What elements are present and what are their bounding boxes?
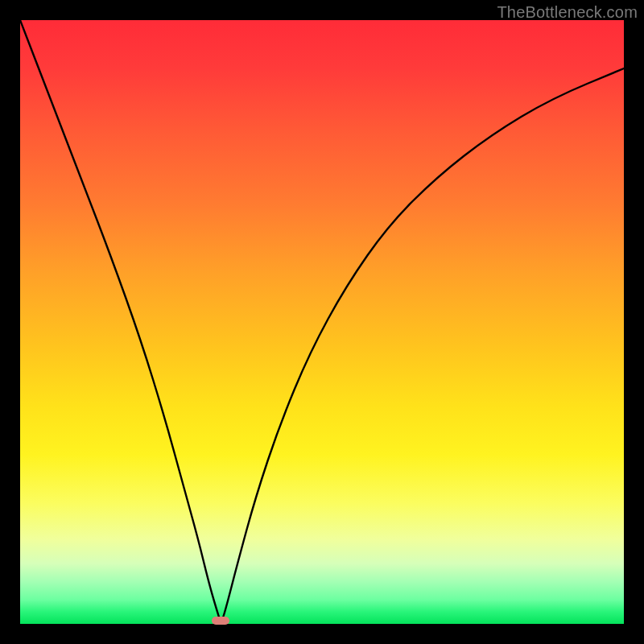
chart-frame: TheBottleneck.com (0, 0, 644, 644)
optimal-marker (212, 617, 229, 625)
plot-area (20, 20, 624, 624)
curve-svg (20, 20, 624, 624)
watermark-text: TheBottleneck.com (497, 3, 638, 22)
bottleneck-curve (20, 20, 624, 620)
